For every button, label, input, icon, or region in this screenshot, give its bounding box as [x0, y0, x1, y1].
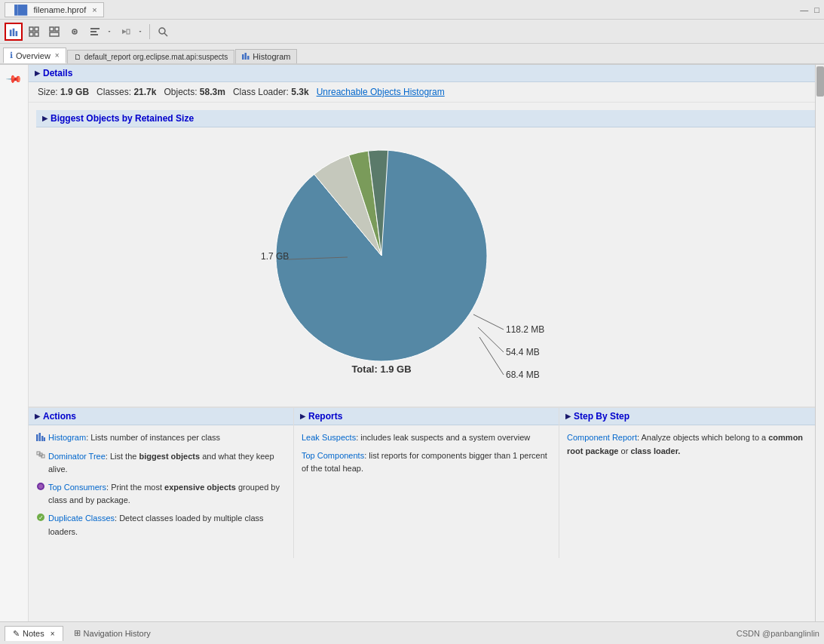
objects-label: Objects:: [164, 87, 197, 97]
toolbar-btn-gear[interactable]: [66, 23, 84, 41]
leak-suspects-text: Leak Suspects: includes leak suspects an…: [302, 431, 530, 445]
svg-rect-2: [16, 31, 18, 36]
svg-line-28: [478, 327, 504, 352]
toolbar-btn-2[interactable]: [25, 23, 43, 41]
toolbar-dropdown-1[interactable]: [86, 23, 115, 41]
file-tab-close[interactable]: ×: [92, 5, 96, 14]
tab-histogram-icon: [242, 52, 250, 61]
histogram-link[interactable]: Histogram: [48, 433, 86, 442]
stepbystep-panel: ▶ Step By Step Component Report: Analyze…: [559, 408, 824, 558]
nav-history-tab[interactable]: ⊞ Navigation History: [66, 626, 158, 640]
duplicate-icon: ✓: [36, 513, 45, 526]
nav-back-btn[interactable]: [86, 23, 104, 41]
reports-arrow: ▶: [300, 412, 305, 420]
watermark: CSDN @panbanglinlin: [737, 629, 819, 638]
svg-point-19: [159, 28, 165, 34]
svg-rect-33: [36, 434, 38, 441]
stepbystep-header: ▶ Step By Step: [559, 408, 824, 425]
tab-overview-close[interactable]: ×: [55, 51, 60, 60]
action-dominator: Dominator Tree: List the biggest objects…: [36, 450, 286, 477]
left-sidebar: 📌: [0, 65, 29, 621]
svg-rect-13: [90, 31, 96, 32]
nav-history-icon: ⊞: [74, 628, 81, 638]
action-histogram: Histogram: Lists number of instances per…: [36, 431, 286, 446]
consumers-icon: [36, 482, 45, 495]
svg-rect-5: [29, 32, 33, 36]
tab-overview[interactable]: ℹ Overview ×: [3, 48, 66, 63]
main-layout: 📌 ▶ Details Size: 1.9 GB Classes: 21.7k …: [0, 65, 824, 621]
tab-default-report[interactable]: 🗋 default_report org.eclipse.mat.api:sus…: [67, 50, 235, 63]
tab-overview-label: Overview: [16, 51, 51, 60]
bar-chart-button[interactable]: [5, 23, 23, 41]
svg-line-20: [164, 33, 167, 36]
toolbar-dropdown-2[interactable]: [117, 23, 146, 41]
scrollbar-thumb[interactable]: [816, 66, 824, 97]
nav-fwd-btn[interactable]: [117, 23, 135, 41]
svg-text:118.2 MB: 118.2 MB: [506, 324, 544, 335]
reports-title: Reports: [308, 411, 342, 422]
svg-rect-36: [44, 437, 45, 441]
size-label: Size:: [38, 87, 58, 97]
bottom-panels: ▶ Actions: [29, 407, 824, 558]
svg-rect-6: [35, 32, 38, 36]
svg-rect-34: [39, 433, 41, 441]
scroll-content[interactable]: ▶ Details Size: 1.9 GB Classes: 21.7k Ob…: [29, 65, 824, 621]
classloader-label: Class Loader:: [233, 87, 289, 97]
top-components-link[interactable]: Top Components: [302, 451, 364, 460]
title-bar: ▐█▌ filename.hprof × — □: [0, 0, 824, 20]
file-tab[interactable]: ▐█▌ filename.hprof ×: [5, 2, 104, 17]
svg-rect-8: [55, 27, 59, 31]
dominator-text: Dominator Tree: List the biggest objects…: [48, 450, 286, 477]
tab-report-label: default_report org.eclipse.mat.api:suspe…: [84, 53, 228, 61]
reports-content: Leak Suspects: includes leak suspects an…: [294, 425, 559, 486]
actions-content: Histogram: Lists number of instances per…: [29, 425, 293, 549]
unreachable-objects-link[interactable]: Unreachable Objects Histogram: [317, 87, 445, 97]
notes-tab[interactable]: ✎ Notes ×: [5, 626, 63, 641]
svg-marker-15: [109, 31, 111, 32]
watermark-text: CSDN @panbanglinlin: [737, 629, 819, 638]
minimize-btn[interactable]: —: [800, 5, 808, 14]
action-duplicate: ✓ Duplicate Classes: Detect classes load…: [36, 512, 286, 538]
dominator-icon: [36, 451, 45, 465]
tab-histogram-label: Histogram: [253, 52, 290, 61]
notes-icon: ✎: [13, 629, 20, 639]
svg-rect-3: [29, 27, 33, 31]
component-report-link[interactable]: Component Report: [567, 433, 637, 442]
nav-fwd-dropdown[interactable]: [135, 23, 146, 41]
duplicate-text: Duplicate Classes: Detect classes loaded…: [48, 512, 286, 538]
svg-rect-9: [50, 32, 59, 36]
component-report-text: Component Report: Analyze objects which …: [567, 431, 816, 458]
objects-value: 58.3m: [200, 87, 225, 97]
reports-header: ▶ Reports: [294, 408, 559, 425]
classes-value: 21.7k: [133, 87, 156, 97]
svg-rect-7: [50, 27, 54, 31]
details-header: ▶ Details: [29, 65, 824, 82]
pie-chart-svg: 1.7 GB118.2 MB54.4 MB68.4 MBTotal: 1.9 G…: [201, 135, 653, 391]
tab-report-icon: 🗋: [74, 53, 81, 61]
toolbar-separator: [149, 24, 150, 39]
svg-line-30: [479, 337, 504, 375]
actions-arrow: ▶: [35, 412, 40, 420]
dominator-link[interactable]: Dominator Tree: [48, 452, 106, 461]
duplicate-link[interactable]: Duplicate Classes: [48, 514, 115, 523]
maximize-btn[interactable]: □: [814, 5, 819, 14]
svg-rect-14: [90, 34, 98, 35]
nav-history-label: Navigation History: [84, 629, 151, 638]
consumers-link[interactable]: Top Consumers: [48, 483, 106, 492]
reports-panel: ▶ Reports Leak Suspects: includes leak s…: [294, 408, 559, 558]
nav-back-dropdown[interactable]: [104, 23, 115, 41]
tab-histogram[interactable]: Histogram: [235, 49, 297, 63]
toolbar-btn-3[interactable]: [45, 23, 63, 41]
svg-text:✓: ✓: [38, 514, 44, 521]
svg-point-42: [38, 484, 43, 489]
pin-icon[interactable]: 📌: [5, 69, 23, 87]
leak-suspects-link[interactable]: Leak Suspects: [302, 433, 356, 442]
search-button[interactable]: [154, 23, 172, 41]
notes-close-icon[interactable]: ×: [51, 630, 55, 638]
chart-arrow: ▶: [42, 115, 47, 122]
svg-marker-18: [139, 31, 142, 32]
stepbystep-title: Step By Step: [574, 411, 629, 422]
svg-text:54.4 MB: 54.4 MB: [506, 347, 540, 357]
top-components-text: Top Components: list reports for compone…: [302, 449, 551, 476]
scrollbar-track[interactable]: [815, 65, 824, 621]
